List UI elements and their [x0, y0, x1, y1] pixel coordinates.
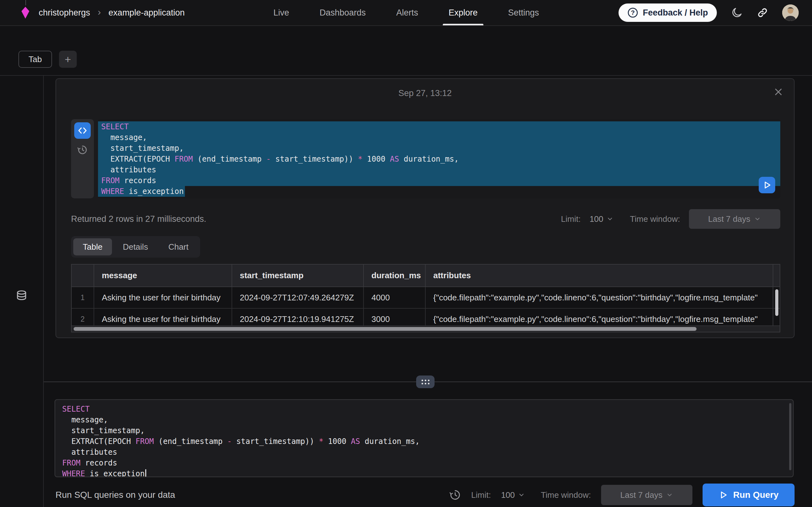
chevron-down-icon — [518, 492, 525, 498]
sql-line: SELECT — [59, 404, 793, 414]
run-query-button[interactable]: Run Query — [703, 484, 795, 506]
logfire-logo[interactable] — [19, 3, 32, 22]
time-window-value: Last 7 days — [708, 214, 751, 224]
sql-line: attributes — [98, 164, 780, 175]
executed-sql-block: SELECT message, start_timestamp, EXTRACT… — [71, 119, 780, 199]
clock-history-icon — [449, 489, 461, 501]
breadcrumb-separator-icon: › — [97, 7, 101, 17]
text-cursor — [145, 469, 146, 477]
copy-query-to-editor-button[interactable] — [74, 122, 91, 139]
chevron-down-icon — [606, 216, 613, 222]
view-tab-details[interactable]: Details — [113, 238, 157, 256]
view-tab-chart[interactable]: Chart — [159, 238, 198, 256]
add-tab-button[interactable]: + — [59, 51, 77, 68]
splitter-drag-handle[interactable] — [416, 376, 435, 388]
table-header-row: messagestart_timestampduration_msattribu… — [72, 265, 780, 287]
nav-items: LiveDashboardsAlertsExploreSettings — [272, 0, 540, 25]
cell-attributes: {"code.filepath":"example.py","code.line… — [425, 287, 780, 308]
sql-line: EXTRACT(EPOCH FROM (end_timestamp - star… — [59, 436, 793, 447]
time-window-dropdown[interactable]: Last 7 days — [689, 209, 780, 229]
cell-start_timestamp: 2024-09-27T12:07:49.264279Z — [232, 287, 363, 308]
footer-limit-value: 100 — [501, 490, 515, 500]
table-vertical-scrollbar[interactable] — [775, 289, 778, 316]
cell-message: Asking the user for their birthday — [94, 287, 232, 308]
logo-stem — [26, 0, 26, 5]
editor-vertical-scrollbar[interactable] — [789, 403, 792, 470]
sql-editor[interactable]: SELECT message, start_timestamp, EXTRACT… — [55, 399, 794, 477]
result-view-tabs: TableDetailsChart — [71, 236, 200, 258]
nav-item-alerts[interactable]: Alerts — [395, 0, 419, 25]
sql-line: FROM records — [59, 458, 793, 468]
sql-line: WHERE is_exception — [59, 468, 793, 477]
nav-item-dashboards[interactable]: Dashboards — [318, 0, 367, 25]
table-hscroll-track[interactable] — [72, 326, 780, 332]
table-vscroll-track — [773, 265, 773, 326]
footer-controls: Limit: 100 Time window: Last 7 days Run … — [449, 484, 795, 506]
footer-time-window-value: Last 7 days — [620, 490, 663, 500]
moon-icon — [731, 7, 743, 19]
result-status-text: Returned 2 rows in 27 milliseconds. — [71, 214, 206, 224]
cell-duration_ms: 4000 — [363, 287, 425, 308]
sql-line: FROM records — [98, 175, 780, 186]
sql-line: start_timestamp, — [59, 425, 793, 436]
feedback-help-label: Feedback / Help — [643, 8, 708, 18]
query-tab[interactable]: Tab — [18, 51, 52, 68]
footer-time-window-label: Time window: — [541, 490, 591, 500]
footer-time-window-dropdown[interactable]: Last 7 days — [601, 485, 693, 505]
schema-sidebar — [0, 76, 44, 507]
executed-sql-code[interactable]: SELECT message, start_timestamp, EXTRACT… — [98, 119, 780, 199]
rerun-query-button[interactable] — [759, 177, 775, 193]
table-horizontal-scrollbar[interactable] — [73, 327, 697, 331]
corner-header — [72, 265, 94, 287]
sql-line: WHERE is_exception — [98, 186, 780, 197]
svg-text:?: ? — [631, 9, 635, 16]
breadcrumb-project[interactable]: example-application — [108, 8, 185, 18]
close-result-button[interactable] — [774, 87, 783, 97]
feedback-help-button[interactable]: ? Feedback / Help — [618, 3, 717, 22]
query-result-card: Sep 27, 13:12 — [55, 78, 795, 338]
column-header-attributes[interactable]: attributes — [425, 265, 780, 287]
results-table: messagestart_timestampduration_msattribu… — [72, 265, 780, 330]
logfire-diamond-icon — [20, 6, 30, 19]
nav-item-live[interactable]: Live — [272, 0, 291, 25]
theme-toggle-button[interactable] — [731, 7, 743, 19]
editor-footer: Run SQL queries on your data Limit: 100 … — [55, 482, 795, 507]
sql-gutter — [71, 119, 94, 199]
result-timestamp: Sep 27, 13:12 — [56, 89, 794, 98]
question-circle-icon: ? — [627, 7, 638, 18]
breadcrumb: christophergs › example-application — [19, 0, 185, 25]
table-row[interactable]: 1Asking the user for their birthday2024-… — [72, 287, 780, 308]
sql-line: start_timestamp, — [98, 143, 780, 154]
view-tab-table[interactable]: Table — [73, 238, 112, 256]
column-header-message[interactable]: message — [94, 265, 232, 287]
chevron-down-icon — [666, 492, 673, 498]
query-history-button[interactable] — [77, 145, 88, 155]
breadcrumb-org[interactable]: christophergs — [39, 8, 90, 18]
time-window-label: Time window: — [630, 214, 680, 224]
nav-item-settings[interactable]: Settings — [507, 0, 541, 25]
grip-dots-icon — [421, 380, 429, 384]
chevron-down-icon — [754, 216, 761, 222]
user-avatar[interactable] — [782, 4, 799, 21]
sql-line: message, — [59, 414, 793, 425]
footer-limit-dropdown[interactable]: 100 — [501, 490, 525, 500]
column-header-duration_ms[interactable]: duration_ms — [363, 265, 425, 287]
clock-history-icon — [77, 145, 88, 155]
database-schema-button[interactable] — [14, 86, 29, 507]
top-nav: christophergs › example-application Live… — [0, 0, 812, 26]
code-brackets-icon — [78, 125, 88, 135]
link-icon — [757, 7, 768, 18]
avatar-photo — [782, 4, 799, 21]
run-query-label: Run Query — [733, 490, 778, 500]
nav-item-explore[interactable]: Explore — [447, 0, 479, 25]
database-icon — [14, 290, 29, 303]
result-status-row: Returned 2 rows in 27 milliseconds. Limi… — [71, 209, 780, 229]
column-header-start_timestamp[interactable]: start_timestamp — [232, 265, 363, 287]
sql-line: message, — [98, 132, 780, 143]
share-link-button[interactable] — [757, 7, 768, 18]
play-icon — [762, 180, 772, 190]
editor-history-button[interactable] — [449, 489, 461, 501]
limit-dropdown[interactable]: 100 — [590, 214, 613, 224]
close-icon — [774, 87, 783, 97]
results-table-container: messagestart_timestampduration_msattribu… — [71, 264, 780, 332]
